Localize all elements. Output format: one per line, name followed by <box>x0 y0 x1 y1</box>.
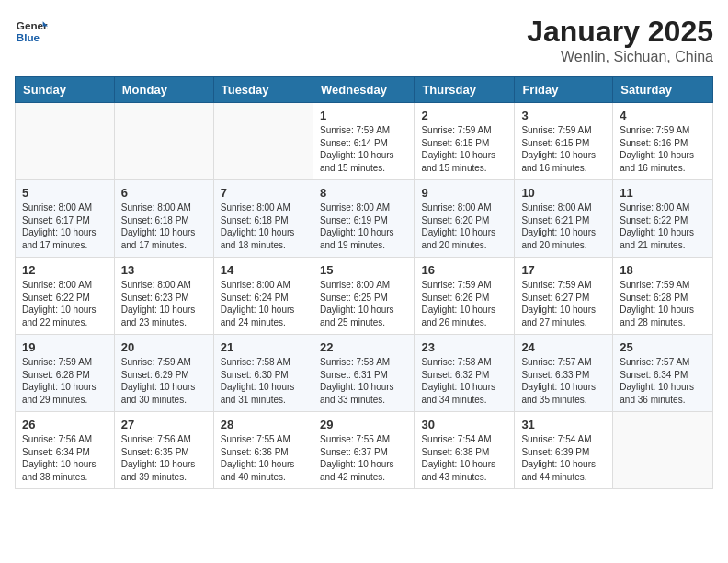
location: Wenlin, Sichuan, China <box>527 49 713 65</box>
day-number: 19 <box>22 340 108 354</box>
day-number: 8 <box>320 186 407 200</box>
day-number: 14 <box>221 263 306 277</box>
day-number: 1 <box>320 109 407 122</box>
cell-text: Sunrise: 8:00 AMSunset: 6:25 PMDaylight:… <box>320 280 394 327</box>
day-number: 30 <box>421 418 507 431</box>
day-number: 5 <box>22 186 108 200</box>
cell-text: Sunrise: 7:54 AMSunset: 6:39 PMDaylight:… <box>521 434 596 482</box>
day-number: 17 <box>521 263 606 277</box>
cell-text: Sunrise: 7:59 AMSunset: 6:27 PMDaylight:… <box>521 280 596 327</box>
table-row: 29Sunrise: 7:55 AMSunset: 6:37 PMDayligh… <box>313 412 414 489</box>
day-number: 26 <box>22 418 108 431</box>
table-row: 23Sunrise: 7:58 AMSunset: 6:32 PMDayligh… <box>415 335 515 412</box>
day-number: 12 <box>22 263 108 277</box>
calendar-header-row: Sunday Monday Tuesday Wednesday Thursday… <box>16 77 713 103</box>
table-row: 24Sunrise: 7:57 AMSunset: 6:33 PMDayligh… <box>515 335 613 412</box>
day-number: 7 <box>221 186 306 200</box>
table-row: 6Sunrise: 8:00 AMSunset: 6:18 PMDaylight… <box>114 180 213 258</box>
table-row: 17Sunrise: 7:59 AMSunset: 6:27 PMDayligh… <box>515 258 613 335</box>
calendar-week-row: 19Sunrise: 7:59 AMSunset: 6:28 PMDayligh… <box>16 335 713 412</box>
logo-icon: General Blue <box>15 15 48 48</box>
day-number: 21 <box>221 340 306 354</box>
cell-text: Sunrise: 7:59 AMSunset: 6:14 PMDaylight:… <box>320 125 394 173</box>
table-row: 27Sunrise: 7:56 AMSunset: 6:35 PMDayligh… <box>114 412 213 489</box>
title-area: January 2025 Wenlin, Sichuan, China <box>527 15 713 65</box>
table-row: 10Sunrise: 8:00 AMSunset: 6:21 PMDayligh… <box>515 180 613 258</box>
table-row: 5Sunrise: 8:00 AMSunset: 6:17 PMDaylight… <box>16 180 115 258</box>
cell-text: Sunrise: 7:59 AMSunset: 6:15 PMDaylight:… <box>521 125 596 173</box>
day-number: 15 <box>320 263 407 277</box>
table-row: 8Sunrise: 8:00 AMSunset: 6:19 PMDaylight… <box>313 180 414 258</box>
cell-text: Sunrise: 8:00 AMSunset: 6:18 PMDaylight:… <box>121 202 196 250</box>
table-row: 7Sunrise: 8:00 AMSunset: 6:18 PMDaylight… <box>213 180 313 258</box>
cell-text: Sunrise: 7:57 AMSunset: 6:33 PMDaylight:… <box>521 357 596 405</box>
day-number: 11 <box>620 186 706 200</box>
cell-text: Sunrise: 7:59 AMSunset: 6:15 PMDaylight:… <box>421 125 495 173</box>
col-thursday: Thursday <box>415 77 515 103</box>
cell-text: Sunrise: 7:58 AMSunset: 6:31 PMDaylight:… <box>320 357 394 405</box>
svg-text:Blue: Blue <box>17 31 40 43</box>
table-row: 15Sunrise: 8:00 AMSunset: 6:25 PMDayligh… <box>313 258 414 335</box>
cell-text: Sunrise: 7:55 AMSunset: 6:36 PMDaylight:… <box>221 434 295 482</box>
cell-text: Sunrise: 7:59 AMSunset: 6:26 PMDaylight:… <box>421 280 495 327</box>
day-number: 2 <box>421 109 507 122</box>
day-number: 16 <box>421 263 507 277</box>
col-tuesday: Tuesday <box>213 77 313 103</box>
day-number: 13 <box>121 263 207 277</box>
table-row: 26Sunrise: 7:56 AMSunset: 6:34 PMDayligh… <box>16 412 115 489</box>
table-row: 2Sunrise: 7:59 AMSunset: 6:15 PMDaylight… <box>415 103 515 180</box>
cell-text: Sunrise: 8:00 AMSunset: 6:17 PMDaylight:… <box>22 202 97 250</box>
cell-text: Sunrise: 7:59 AMSunset: 6:28 PMDaylight:… <box>22 357 97 405</box>
cell-text: Sunrise: 7:58 AMSunset: 6:32 PMDaylight:… <box>421 357 495 405</box>
calendar-week-row: 12Sunrise: 8:00 AMSunset: 6:22 PMDayligh… <box>16 258 713 335</box>
cell-text: Sunrise: 7:59 AMSunset: 6:28 PMDaylight:… <box>620 280 694 327</box>
cell-text: Sunrise: 7:55 AMSunset: 6:37 PMDaylight:… <box>320 434 394 482</box>
day-number: 25 <box>620 340 706 354</box>
col-friday: Friday <box>515 77 613 103</box>
col-monday: Monday <box>114 77 213 103</box>
cell-text: Sunrise: 8:00 AMSunset: 6:21 PMDaylight:… <box>521 202 596 250</box>
table-row: 20Sunrise: 7:59 AMSunset: 6:29 PMDayligh… <box>114 335 213 412</box>
cell-text: Sunrise: 7:56 AMSunset: 6:34 PMDaylight:… <box>22 434 97 482</box>
table-row <box>114 103 213 180</box>
table-row: 14Sunrise: 8:00 AMSunset: 6:24 PMDayligh… <box>213 258 313 335</box>
table-row: 4Sunrise: 7:59 AMSunset: 6:16 PMDaylight… <box>613 103 713 180</box>
table-row: 21Sunrise: 7:58 AMSunset: 6:30 PMDayligh… <box>213 335 313 412</box>
day-number: 10 <box>521 186 606 200</box>
day-number: 31 <box>521 418 606 431</box>
day-number: 24 <box>521 340 606 354</box>
day-number: 29 <box>320 418 407 431</box>
page-header: General Blue January 2025 Wenlin, Sichua… <box>15 15 713 65</box>
cell-text: Sunrise: 8:00 AMSunset: 6:23 PMDaylight:… <box>121 280 196 327</box>
day-number: 20 <box>121 340 207 354</box>
cell-text: Sunrise: 8:00 AMSunset: 6:22 PMDaylight:… <box>620 202 694 250</box>
table-row: 1Sunrise: 7:59 AMSunset: 6:14 PMDaylight… <box>313 103 414 180</box>
table-row: 22Sunrise: 7:58 AMSunset: 6:31 PMDayligh… <box>313 335 414 412</box>
day-number: 4 <box>620 109 706 122</box>
table-row: 11Sunrise: 8:00 AMSunset: 6:22 PMDayligh… <box>613 180 713 258</box>
calendar-table: Sunday Monday Tuesday Wednesday Thursday… <box>15 76 713 489</box>
logo: General Blue <box>15 15 51 48</box>
cell-text: Sunrise: 8:00 AMSunset: 6:22 PMDaylight:… <box>22 280 97 327</box>
table-row: 31Sunrise: 7:54 AMSunset: 6:39 PMDayligh… <box>515 412 613 489</box>
day-number: 28 <box>221 418 306 431</box>
cell-text: Sunrise: 8:00 AMSunset: 6:18 PMDaylight:… <box>221 202 295 250</box>
table-row: 12Sunrise: 8:00 AMSunset: 6:22 PMDayligh… <box>16 258 115 335</box>
cell-text: Sunrise: 7:54 AMSunset: 6:38 PMDaylight:… <box>421 434 495 482</box>
col-sunday: Sunday <box>16 77 115 103</box>
day-number: 3 <box>521 109 606 122</box>
col-wednesday: Wednesday <box>313 77 414 103</box>
table-row: 13Sunrise: 8:00 AMSunset: 6:23 PMDayligh… <box>114 258 213 335</box>
table-row: 28Sunrise: 7:55 AMSunset: 6:36 PMDayligh… <box>213 412 313 489</box>
day-number: 18 <box>620 263 706 277</box>
cell-text: Sunrise: 7:58 AMSunset: 6:30 PMDaylight:… <box>221 357 295 405</box>
col-saturday: Saturday <box>613 77 713 103</box>
cell-text: Sunrise: 7:57 AMSunset: 6:34 PMDaylight:… <box>620 357 694 405</box>
day-number: 9 <box>421 186 507 200</box>
table-row: 18Sunrise: 7:59 AMSunset: 6:28 PMDayligh… <box>613 258 713 335</box>
calendar-week-row: 1Sunrise: 7:59 AMSunset: 6:14 PMDaylight… <box>16 103 713 180</box>
table-row <box>16 103 115 180</box>
cell-text: Sunrise: 7:59 AMSunset: 6:16 PMDaylight:… <box>620 125 694 173</box>
table-row: 9Sunrise: 8:00 AMSunset: 6:20 PMDaylight… <box>415 180 515 258</box>
day-number: 22 <box>320 340 407 354</box>
